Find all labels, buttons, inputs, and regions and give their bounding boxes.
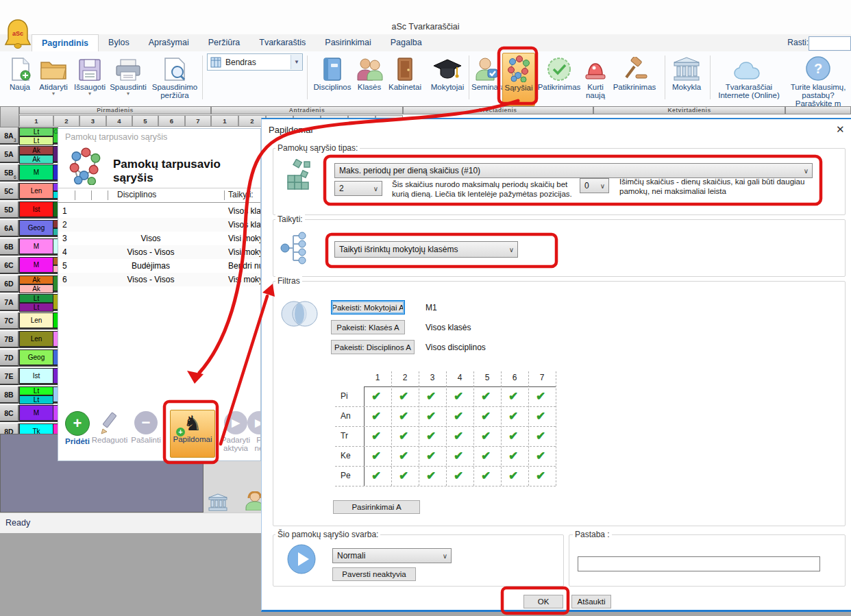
lesson-card[interactable]: Ak	[19, 275, 53, 284]
lesson-card[interactable]: Lt	[19, 127, 53, 136]
check-icon[interactable]: ✔	[454, 409, 463, 423]
class-label[interactable]: 6D	[0, 275, 19, 293]
lesson-cell[interactable]: Ist	[19, 201, 53, 219]
selections-a-button[interactable]: Pasirinkimai A	[333, 500, 420, 514]
ribbon-button-kurti-nauja[interactable]: Kurti naują	[581, 53, 610, 105]
check-icon[interactable]: ✔	[536, 449, 545, 463]
lesson-cell[interactable]: M	[19, 257, 53, 274]
find-input[interactable]	[809, 36, 851, 51]
lesson-cell[interactable]: LtLt	[19, 127, 53, 145]
check-icon[interactable]: ✔	[454, 449, 463, 463]
class-label[interactable]: 5B6	[0, 164, 19, 182]
lesson-card[interactable]: Len	[19, 331, 53, 347]
ribbon-button-nauja[interactable]: Nauja	[4, 53, 36, 105]
lesson-cell[interactable]: Tk	[19, 423, 53, 434]
ribbon-button-mokykla[interactable]: Mokykla	[667, 53, 706, 105]
ribbon-button-patikrinimas-2[interactable]: Patikrinimas	[610, 53, 659, 105]
table-row[interactable]: 4Visos - VisosVisi moky	[58, 245, 261, 259]
check-icon[interactable]: ✔	[399, 429, 408, 443]
class-label[interactable]: 8A3	[0, 127, 19, 145]
lesson-cell[interactable]: Geog	[19, 220, 53, 237]
exceptions-count-dropdown[interactable]: 0∨	[580, 178, 609, 193]
view-combo[interactable]: Bendras ▼	[207, 53, 303, 71]
check-icon[interactable]: ✔	[536, 409, 545, 423]
filter-button-pakeisti-mokytojai[interactable]: Pakeisti: Mokytojai A	[331, 300, 405, 315]
class-label[interactable]: 8C	[0, 405, 19, 422]
class-label[interactable]: 7D	[0, 349, 19, 367]
ribbon-button-klases[interactable]: Klasės	[354, 53, 384, 105]
column-disciplines[interactable]: Disciplinos	[117, 190, 156, 199]
lesson-card[interactable]: Lt	[19, 395, 53, 404]
check-icon[interactable]: ✔	[508, 449, 518, 463]
table-row[interactable]: 6Visos - VisosVisi moky	[58, 273, 261, 286]
lesson-cell[interactable]: Len	[19, 331, 53, 348]
check-icon[interactable]: ✔	[536, 429, 545, 443]
check-icon[interactable]: ✔	[481, 469, 491, 483]
check-icon[interactable]: ✔	[371, 409, 381, 423]
check-icon[interactable]: ✔	[454, 389, 463, 404]
chevron-down-icon[interactable]: ▾	[108, 91, 148, 96]
deactivate-button[interactable]: Paversti neaktyvia	[332, 567, 416, 581]
lesson-cell[interactable]: M	[19, 238, 53, 256]
lesson-card[interactable]: M	[19, 405, 53, 421]
check-icon[interactable]: ✔	[536, 389, 545, 404]
class-label[interactable]: 8D	[0, 423, 19, 434]
check-icon[interactable]: ✔	[399, 409, 408, 423]
lesson-card[interactable]: Tk	[19, 423, 53, 434]
lesson-card[interactable]: Ak	[19, 284, 53, 293]
asc-bell-icon[interactable]: aSc	[4, 18, 32, 52]
check-icon[interactable]: ✔	[426, 389, 436, 404]
check-icon[interactable]: ✔	[536, 469, 545, 483]
lesson-card[interactable]: Len	[19, 183, 53, 199]
column-apply[interactable]: Taikyti:	[228, 190, 254, 199]
ribbon-button-spausdinimo-perziura[interactable]: Spausdinimo peržiūra	[148, 53, 201, 105]
action-button-redaguoti[interactable]: Redaguoti	[89, 411, 130, 444]
check-icon[interactable]: ✔	[426, 449, 436, 463]
filter-button-pakeisti-disciplinos[interactable]: Pakeisti: Disciplinos A	[331, 340, 415, 354]
chevron-down-icon[interactable]: ▾	[36, 91, 71, 96]
close-icon[interactable]: ✕	[836, 123, 845, 136]
ribbon-button-tvarkarasciai-internete[interactable]: Tvarkaraščiai Internete (Online)	[713, 53, 785, 105]
lesson-card[interactable]: Geog	[19, 220, 53, 236]
lesson-cell[interactable]: M	[19, 164, 53, 182]
action-button-papildomai[interactable]: ♞+Papildomai	[170, 410, 215, 458]
lesson-card[interactable]: Ist	[19, 201, 53, 217]
class-label[interactable]: 7A	[0, 294, 19, 311]
lesson-card[interactable]: M	[19, 257, 53, 273]
table-row[interactable]: 5BudėjimasBendri nu	[58, 259, 261, 273]
check-icon[interactable]: ✔	[399, 469, 408, 483]
check-icon[interactable]: ✔	[399, 449, 408, 463]
lesson-card[interactable]: Lt	[19, 294, 53, 303]
tab-pagalba[interactable]: Pagalba	[381, 34, 432, 51]
check-icon[interactable]: ✔	[508, 429, 518, 443]
class-label[interactable]: 6A	[0, 220, 19, 237]
table-row[interactable]: 2Visos klas	[58, 218, 261, 232]
ribbon-button-patikrinimas-1[interactable]: Patikrinimas	[537, 53, 581, 105]
action-button-pasalinti[interactable]: −Pašalinti	[125, 411, 166, 444]
check-icon[interactable]: ✔	[371, 389, 381, 404]
ribbon-button-klausimai[interactable]: ?Turite klausimų, pastabų? Parašykite m	[785, 53, 851, 105]
ribbon-button-issaugoti[interactable]: Išsaugoti▾	[71, 53, 108, 105]
timetable-grid[interactable]: 8A3LtLtG5AAkAk5B6M5CLen5DIst6AGeog6BM6CM…	[0, 127, 58, 434]
lesson-cell[interactable]: Ist	[19, 368, 53, 385]
lesson-card[interactable]: M	[19, 164, 53, 180]
check-icon[interactable]: ✔	[371, 449, 381, 463]
class-label[interactable]: 8B	[0, 386, 19, 404]
ribbon-button-spausdinti[interactable]: Spausdinti▾	[108, 53, 148, 105]
check-icon[interactable]: ✔	[371, 469, 381, 483]
note-input[interactable]	[578, 556, 820, 571]
lesson-cell[interactable]: AkAk	[19, 275, 53, 293]
class-label[interactable]: 5D	[0, 201, 19, 219]
check-icon[interactable]: ✔	[371, 429, 381, 443]
lesson-cell[interactable]: Len	[19, 312, 53, 330]
check-icon[interactable]: ✔	[426, 469, 436, 483]
check-icon[interactable]: ✔	[426, 429, 436, 443]
class-label[interactable]: 6C	[0, 257, 19, 274]
tab-peržiūra[interactable]: Peržiūra	[199, 34, 250, 51]
chevron-down-icon[interactable]: ▼	[291, 55, 302, 69]
lesson-card[interactable]: M	[19, 238, 53, 254]
cancel-button[interactable]: Atšaukti	[571, 595, 611, 608]
tab-tvarkaraštis[interactable]: Tvarkaraštis	[249, 34, 315, 51]
table-row[interactable]: 3VisosVisi moky	[58, 232, 261, 245]
action-button-paversti-neaktyvia-partial[interactable]: ▶P ne	[238, 411, 261, 452]
